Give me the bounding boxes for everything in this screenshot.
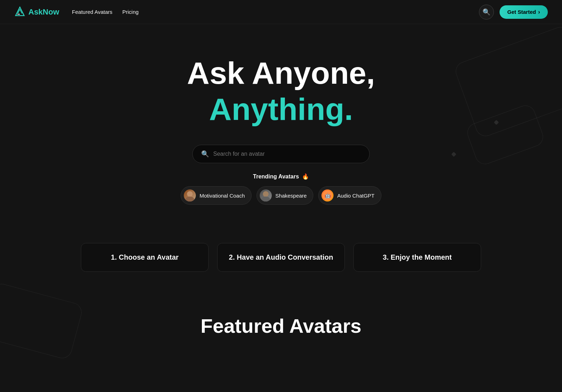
svg-point-4 (187, 191, 193, 197)
avatar-chip-shakespeare[interactable]: Shakespeare (257, 186, 313, 205)
search-bar: 🔍 (192, 145, 370, 163)
step-card-2: 2. Have an Audio Conversation (217, 243, 345, 272)
nav-right: 🔍 Get Started › (479, 5, 548, 20)
step-label-3: 3. Enjoy the Moment (383, 253, 452, 261)
avatar-chip-motivational-coach[interactable]: Motivational Coach (181, 186, 252, 205)
shakespeare-avatar-svg (260, 189, 272, 201)
nav-left: AskNow Featured Avatars Pricing (14, 6, 139, 18)
svg-point-7 (261, 197, 270, 201)
search-container: 🔍 (7, 145, 555, 163)
coach-avatar-svg (184, 189, 196, 201)
search-input[interactable] (213, 151, 361, 157)
avatar-img-motivational-coach (184, 189, 196, 201)
trending-label-text: Trending Avatars (253, 173, 299, 180)
avatar-name-shakespeare: Shakespeare (275, 193, 307, 199)
trending-label: Trending Avatars 🔥 (7, 173, 555, 180)
chatgpt-avatar-svg: 🤖 (321, 189, 334, 201)
nav-pricing[interactable]: Pricing (122, 9, 139, 15)
trending-avatars-list: Motivational Coach Shakespeare (7, 186, 555, 205)
avatar-chip-audio-chatgpt[interactable]: 🤖 Audio ChatGPT (318, 186, 381, 205)
nav-search-button[interactable]: 🔍 (479, 5, 494, 20)
get-started-button[interactable]: Get Started › (500, 5, 548, 19)
main-content: Ask Anyone, Anything. 🔍 Trending Avatars… (0, 24, 562, 359)
step-label-1: 1. Choose an Avatar (111, 253, 179, 261)
featured-avatars-section: Featured Avatars (0, 300, 562, 359)
avatar-name-motivational-coach: Motivational Coach (199, 193, 245, 199)
logo-text: AskNow (28, 7, 59, 17)
search-icon: 🔍 (483, 8, 490, 16)
hero-title-line1: Ask Anyone, (7, 56, 555, 90)
fire-emoji: 🔥 (302, 173, 309, 180)
logo[interactable]: AskNow (14, 6, 59, 18)
svg-point-5 (186, 197, 194, 201)
get-started-label: Get Started (507, 9, 536, 15)
hero-section: Ask Anyone, Anything. 🔍 Trending Avatars… (0, 24, 562, 243)
nav-links: Featured Avatars Pricing (72, 9, 139, 15)
step-card-3: 3. Enjoy the Moment (353, 243, 481, 272)
nav-featured-avatars[interactable]: Featured Avatars (72, 9, 112, 15)
svg-text:🤖: 🤖 (325, 193, 331, 199)
avatar-name-audio-chatgpt: Audio ChatGPT (337, 193, 374, 199)
step-card-1: 1. Choose an Avatar (81, 243, 209, 272)
get-started-arrow-icon: › (538, 9, 540, 15)
featured-avatars-title: Featured Avatars (7, 314, 555, 337)
logo-icon (14, 6, 26, 18)
step-label-2: 2. Have an Audio Conversation (229, 253, 333, 261)
avatar-img-audio-chatgpt: 🤖 (321, 189, 334, 201)
svg-point-6 (263, 191, 269, 197)
search-bar-icon: 🔍 (201, 150, 209, 158)
avatar-img-shakespeare (260, 189, 272, 201)
navbar: AskNow Featured Avatars Pricing 🔍 Get St… (0, 0, 562, 24)
trending-section: Trending Avatars 🔥 Motivational Coach (7, 173, 555, 205)
steps-section: 1. Choose an Avatar 2. Have an Audio Con… (0, 243, 562, 300)
hero-title-line2: Anything. (7, 90, 555, 128)
